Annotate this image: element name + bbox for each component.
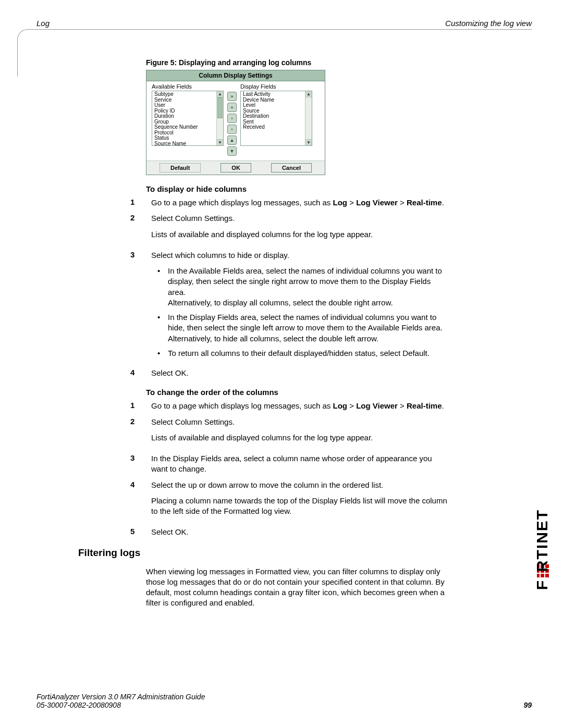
step-text: Select OK. bbox=[151, 368, 448, 378]
step-text: Select which columns to hide or display. bbox=[151, 250, 448, 261]
header-section-right: Customizing the log view bbox=[445, 19, 532, 28]
svg-rect-7 bbox=[545, 574, 549, 577]
bullet-text: Alternatively, to display all columns, s… bbox=[168, 298, 393, 307]
list-item[interactable]: Sequence Number bbox=[154, 125, 214, 130]
step-text: Select the up or down arrow to move the … bbox=[151, 480, 448, 490]
bullet-item: In the Available Fields area, select the… bbox=[157, 266, 448, 308]
scrollbar[interactable]: ▲ ▼ bbox=[216, 91, 223, 145]
step-number: 3 bbox=[78, 250, 151, 363]
list-item[interactable]: Duration bbox=[154, 114, 214, 119]
display-fields-label: Display Fields bbox=[240, 83, 312, 90]
available-fields-listbox[interactable]: Subtype Service User Policy ID Duration … bbox=[152, 91, 224, 146]
svg-rect-4 bbox=[541, 574, 544, 577]
step-body: Select Column Settings. Lists of availab… bbox=[151, 213, 448, 245]
svg-text:F: F bbox=[537, 579, 550, 590]
step-text: Select OK. bbox=[151, 527, 448, 537]
procedure-heading: To change the order of the columns bbox=[146, 388, 448, 397]
scroll-up-icon[interactable]: ▲ bbox=[217, 91, 223, 97]
move-down-button[interactable]: ▼ bbox=[227, 146, 237, 156]
scroll-down-icon[interactable]: ▼ bbox=[217, 139, 223, 145]
step-number: 3 bbox=[78, 453, 151, 475]
step: 3 Select which columns to hide or displa… bbox=[78, 250, 448, 363]
step-body: Select Column Settings. Lists of availab… bbox=[151, 417, 448, 449]
fortinet-logo: F RTINET bbox=[537, 509, 558, 660]
procedure-heading: To display or hide columns bbox=[146, 184, 448, 193]
section-heading-filtering-logs: Filtering logs bbox=[78, 547, 448, 559]
step-text: Select Column Settings. bbox=[151, 417, 448, 427]
svg-rect-1 bbox=[537, 574, 540, 577]
move-all-right-button[interactable]: » bbox=[227, 92, 237, 101]
column-display-settings-dialog: Column Display Settings Available Fields… bbox=[146, 70, 325, 175]
step-text: Go to a page which displays log messages… bbox=[151, 198, 333, 207]
scroll-down-icon[interactable]: ▼ bbox=[305, 139, 312, 145]
cancel-button[interactable]: Cancel bbox=[271, 163, 312, 172]
available-fields-items[interactable]: Subtype Service User Policy ID Duration … bbox=[152, 91, 216, 145]
bullet-item: To return all columns to their default d… bbox=[157, 348, 448, 359]
move-all-left-button[interactable]: « bbox=[227, 103, 237, 112]
list-item[interactable]: User bbox=[154, 103, 214, 108]
svg-text:RTINET: RTINET bbox=[537, 509, 550, 572]
breadcrumb: Real-time bbox=[407, 198, 442, 207]
figure-caption: Figure 5: Displaying and arranging log c… bbox=[146, 58, 448, 67]
move-up-button[interactable]: ▲ bbox=[227, 135, 237, 145]
step-body: Select which columns to hide or display.… bbox=[151, 250, 448, 363]
step-number: 4 bbox=[78, 368, 151, 378]
step: 1 Go to a page which displays log messag… bbox=[78, 401, 448, 411]
step: 2 Select Column Settings. Lists of avail… bbox=[78, 213, 448, 245]
list-item[interactable]: Last Activity bbox=[243, 92, 303, 97]
bullet-text: To return all columns to their default d… bbox=[168, 349, 430, 357]
step-number: 5 bbox=[78, 527, 151, 537]
bullet-text: In the Display Fields area, select the n… bbox=[168, 313, 443, 332]
scrollbar[interactable]: ▲ ▼ bbox=[305, 91, 312, 145]
step-number: 4 bbox=[78, 480, 151, 522]
move-left-button[interactable]: ‹ bbox=[227, 125, 237, 134]
dialog-title: Column Display Settings bbox=[146, 70, 325, 81]
list-item[interactable]: Status bbox=[154, 135, 214, 141]
header-rule bbox=[26, 29, 532, 30]
breadcrumb: Log bbox=[333, 401, 348, 410]
procedure-1: 1 Go to a page which displays log messag… bbox=[78, 198, 448, 378]
breadcrumb: Real-time bbox=[407, 401, 442, 410]
display-fields-items[interactable]: Last Activity Device Name Level Source D… bbox=[241, 91, 305, 145]
step: 3 In the Display Fields area, select a c… bbox=[78, 453, 448, 475]
bullet-text: In the Available Fields area, select the… bbox=[168, 266, 442, 297]
step-body: Go to a page which displays log messages… bbox=[151, 401, 448, 411]
body-text: When viewing log messages in Formatted v… bbox=[146, 566, 448, 609]
scroll-track[interactable] bbox=[305, 97, 312, 139]
step: 5 Select OK. bbox=[78, 527, 448, 537]
move-arrows: » « › ‹ ▲ ▼ bbox=[224, 83, 240, 157]
display-fields-listbox[interactable]: Last Activity Device Name Level Source D… bbox=[240, 91, 312, 146]
footer-line-2: 05-30007-0082-20080908 bbox=[36, 701, 121, 709]
ok-button[interactable]: OK bbox=[221, 163, 251, 172]
step: 4 Select the up or down arrow to move th… bbox=[78, 480, 448, 522]
procedure-2: 1 Go to a page which displays log messag… bbox=[78, 401, 448, 537]
step-text: Select Column Settings. bbox=[151, 213, 448, 224]
step-body: Go to a page which displays log messages… bbox=[151, 198, 448, 208]
list-item[interactable]: Destination bbox=[243, 114, 303, 119]
scroll-track[interactable] bbox=[217, 97, 223, 139]
step-body: Select the up or down arrow to move the … bbox=[151, 480, 448, 522]
step-number: 2 bbox=[78, 417, 151, 449]
step-number: 1 bbox=[78, 198, 151, 208]
breadcrumb: Log Viewer bbox=[356, 401, 398, 410]
list-item[interactable]: Subtype bbox=[154, 92, 214, 97]
step-number: 2 bbox=[78, 213, 151, 245]
list-item[interactable]: Level bbox=[243, 103, 303, 108]
step: 2 Select Column Settings. Lists of avail… bbox=[78, 417, 448, 449]
step-text: Go to a page which displays log messages… bbox=[151, 401, 333, 410]
scroll-up-icon[interactable]: ▲ bbox=[305, 91, 312, 97]
dialog-footer: Default OK Cancel bbox=[146, 161, 325, 175]
content: Figure 5: Displaying and arranging log c… bbox=[78, 58, 448, 616]
page-number: 99 bbox=[523, 701, 532, 709]
bullet-item: In the Display Fields area, select the n… bbox=[157, 312, 448, 344]
step: 1 Go to a page which displays log messag… bbox=[78, 198, 448, 208]
dialog-body: Available Fields Subtype Service User Po… bbox=[146, 81, 325, 161]
list-item[interactable]: Received bbox=[243, 125, 303, 130]
list-item[interactable]: Source Name bbox=[154, 141, 214, 146]
default-button[interactable]: Default bbox=[160, 163, 201, 172]
scroll-thumb[interactable] bbox=[217, 97, 223, 118]
available-fields-label: Available Fields bbox=[152, 83, 224, 90]
bullet-text: Alternatively, to hide all columns, sele… bbox=[168, 334, 378, 343]
move-right-button[interactable]: › bbox=[227, 114, 237, 123]
step-text: In the Display Fields area, select a col… bbox=[151, 453, 448, 475]
